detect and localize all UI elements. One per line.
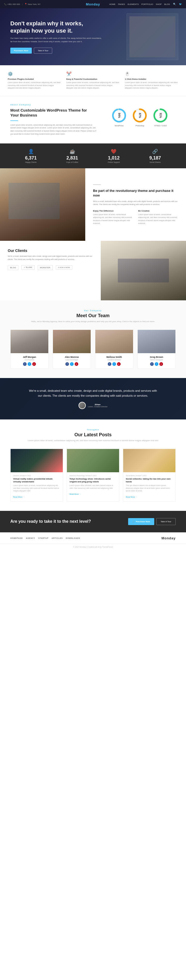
footer-copyright: © 2017 Monday | Created with ♥ by ThemeF… [10,546,176,548]
footer-link-homepage[interactable]: HOMEPAGE [10,537,23,539]
hero-window-inner [129,16,175,57]
team-4-pinterest[interactable]: p [159,362,163,366]
team-card-3: Melissa Smith Creative Director f t p [95,329,133,369]
nav-elements[interactable]: ELEMENTS [128,3,139,5]
hero-title: Don't explain why it works, explain how … [10,20,103,34]
stat-number-shares: 9,187 [149,155,161,161]
testimonial-author: Ethan Lorem, Creative Director [79,402,107,409]
cta-purchase-button[interactable]: 🛒 Purchase Now [128,518,154,525]
cta-title: Are you ready to take it to the next lev… [10,519,91,524]
team-2-facebook[interactable]: f [65,362,69,366]
blog-section: Thoughts Our Latest Posts Lorem ipsum do… [0,420,186,511]
blog-title: Our Latest Posts [10,432,176,438]
clients-content: Our Clients We're a small, dedicated tea… [0,241,101,300]
team-name-4: Greg Brown [140,356,173,358]
footer-link-articles[interactable]: ARTICLES [52,537,63,539]
team-2-twitter[interactable]: t [70,362,74,366]
site-logo[interactable]: Monday [86,2,100,6]
stat-number-coffee: 2,831 [66,155,78,161]
clients-section: Our Clients We're a small, dedicated tea… [0,241,186,300]
rev-feature-1-text: Lorem ipsum dolor sit amet, consectetuer… [93,213,133,225]
team-name-2: Alex Monroe [55,356,88,358]
twitter-icon[interactable]: 🐦 [179,3,182,5]
stat-label-clients: Happy Clients [25,161,37,163]
features-section: ⚙️ Premium Plugins Included Lorem ipsum … [0,65,186,96]
about-charts: 94% WordPress 87% Photoshop [104,108,176,127]
testimonial-section: We're a small, dedicated team who create… [0,378,186,420]
feature-item-2: ✂️ Easy & Powerful Customization Lorem i… [66,72,120,89]
rev-feature-1-title: Enjoy The Difference [93,210,133,212]
blog-desc-1: Lorem ipsum dolor sit amet, consectetuer… [13,484,60,492]
team-4-twitter[interactable]: t [155,362,158,366]
stat-label-shares: Social Shares [149,161,161,163]
blog-link-2[interactable]: Read More → [69,493,81,495]
team-3-twitter[interactable]: t [112,362,116,366]
stat-clients: 👤 6,371 Happy Clients [25,149,37,163]
clients-image [101,241,186,300]
search-icon[interactable]: 🔍 [173,3,176,5]
hero-subtitle: Our team has many skills useful to offer… [10,37,103,43]
office-desk-image [0,168,85,241]
rev-feature-1: Enjoy The Difference Lorem ipsum dolor s… [93,210,133,225]
footer-link-startup[interactable]: STARTUP [38,537,49,539]
navbar-nav: HOME PAGES ELEMENTS PORTFOLIO SHOP BLOG [109,3,170,5]
nav-pages[interactable]: PAGES [118,3,125,5]
feature-item-3: 🖱️ 1 Click Demo Installer Lorem ipsum do… [125,72,178,89]
hero-section: Don't explain why it works, explain how … [0,8,186,65]
team-photo-placeholder-3 [95,330,133,353]
footer-link-agency[interactable]: AGENCY [26,537,35,539]
testimonial-name: Ethan [88,403,107,406]
feature-text-3: Lorem ipsum dolor sit amet, consectetuer… [125,81,178,89]
team-socials-3: f t p [98,362,131,366]
feature-icon-1: ⚙️ [8,72,61,76]
footer-nav: HOMEPAGE AGENCY STARTUP ARTICLES DOWNLOA… [0,532,186,544]
stat-label-coffee: Cups of Coffee [66,161,78,163]
feature-icon-3: 🖱️ [125,72,178,76]
rev-feature-2-title: Be Creative [138,210,178,212]
team-1-facebook[interactable]: f [23,362,27,366]
team-1-twitter[interactable]: t [28,362,31,366]
client-logo-2: ✓ BLANK [21,265,35,270]
team-2-pinterest[interactable]: p [75,362,78,366]
team-role-2: Lead Developer [55,359,88,361]
team-3-facebook[interactable]: f [108,362,111,366]
take-tour-button[interactable]: Take A Tour [34,48,52,54]
chart-circle-html5: 91% [153,108,168,123]
team-3-pinterest[interactable]: p [117,362,121,366]
feature-title-3: 1 Click Demo Installer [125,78,178,80]
testimonial-avatar [79,402,86,409]
nav-home[interactable]: HOME [109,3,115,5]
feature-text-2: Lorem ipsum dolor sit amet, consectetuer… [66,81,120,89]
chart-value-wordpress: 94% [118,113,121,118]
about-divider [10,120,18,121]
team-name-3: Melissa Smith [98,356,131,358]
nav-shop[interactable]: SHOP [156,3,162,5]
blog-description: Lorem ipsum dolor sit amet, consectetuer… [10,439,176,442]
revolutionary-description: We're a small, dedicated team who create… [93,200,178,206]
stats-section: 👤 6,371 Happy Clients ☕ 2,831 Cups of Co… [0,143,186,168]
clients-logos: BLOG ✓ BLANK MONSTER G NOW & MORE [8,265,93,270]
team-socials-4: f t p [140,362,173,366]
stat-support: ❤️ 1,012 Online Support [108,149,120,163]
cart-icon: 🛒 [132,520,135,523]
purchase-now-button[interactable]: Purchase Now [10,48,32,54]
clients-title: Our Clients [8,248,93,253]
client-logo-3: MONSTER [38,265,53,270]
team-info-4: Greg Brown Senior Designer f t p [138,353,175,368]
blog-grid: Lifestyle, October 5, 2017 Virtual reali… [10,449,176,501]
nav-portfolio[interactable]: PORTFOLIO [141,3,153,5]
nav-blog[interactable]: BLOG [164,3,170,5]
blog-link-3[interactable]: Read More → [126,496,137,498]
cta-tour-button[interactable]: Take A Tour [156,518,176,525]
hero-content: Don't explain why it works, explain how … [10,20,103,54]
blog-link-1[interactable]: Read More → [13,496,25,498]
feature-text-1: Lorem ipsum dolor sit amet, consectetuer… [8,81,61,89]
footer-link-downloads[interactable]: DOWNLOADS [66,537,80,539]
navbar: 📞 +991 000 000 | 📍 New York, NY Monday H… [0,0,186,8]
chart-circle-photoshop: 87% [132,108,148,123]
team-4-facebook[interactable]: f [150,362,154,366]
chart-value-html5: 91% [159,113,162,118]
team-role-4: Senior Designer [140,359,173,361]
team-1-pinterest[interactable]: p [32,362,36,366]
team-socials-1: f t p [13,362,46,366]
